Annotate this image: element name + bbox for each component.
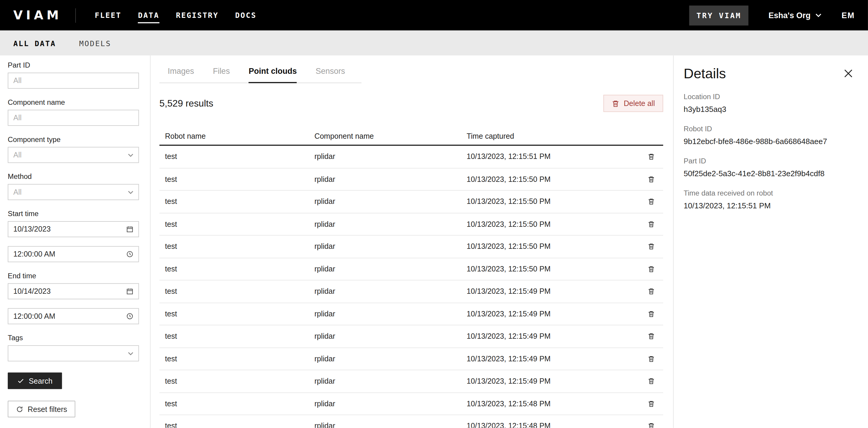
content-area: Part ID Component name Component type Al… [0,55,868,428]
nav-item[interactable]: FLEET [95,7,122,23]
trash-icon [647,310,655,317]
trash-icon [647,333,655,340]
table-row[interactable]: test rplidar 10/13/2023, 12:15:50 PM [159,191,663,213]
delete-row-button[interactable] [639,213,663,235]
table-row[interactable]: test rplidar 10/13/2023, 12:15:49 PM [159,348,663,370]
method-select[interactable]: All [8,184,139,200]
time-captured-cell: 10/13/2023, 12:15:49 PM [461,287,639,295]
start-date-input[interactable]: 10/13/2023 [8,221,139,237]
nav-item[interactable]: DOCS [235,7,256,23]
component-name-cell: rplidar [309,197,461,206]
table-row[interactable]: test rplidar 10/13/2023, 12:15:51 PM [159,146,663,168]
details-field-value: 9b12ebcf-bfe8-486e-988b-6a668648aee7 [684,137,855,146]
data-type-tab[interactable]: Point clouds [249,66,297,83]
details-header: Details [684,65,855,82]
end-date-input[interactable]: 10/14/2023 [8,283,139,299]
table-row[interactable]: test rplidar 10/13/2023, 12:15:50 PM [159,213,663,235]
search-button[interactable]: Search [8,372,62,389]
trash-icon [647,378,655,385]
column-time-captured: Time captured [461,132,639,140]
tags-select[interactable] [8,345,139,361]
primary-nav: FLEET DATA REGISTRY DOCS [95,7,256,23]
table-row[interactable]: test rplidar 10/13/2023, 12:15:49 PM [159,280,663,303]
end-time-input[interactable]: 12:00:00 AM [8,308,139,324]
robot-name-cell: test [159,265,309,273]
delete-all-button[interactable]: Delete all [603,95,663,112]
tags-label: Tags [8,334,139,342]
part-id-label: Part ID [8,61,139,69]
chevron-down-icon [815,13,821,17]
table-row[interactable]: test rplidar 10/13/2023, 12:15:48 PM [159,393,663,415]
component-type-select[interactable]: All [8,147,139,163]
calendar-icon[interactable] [126,287,133,295]
time-captured-cell: 10/13/2023, 12:15:50 PM [461,265,639,273]
data-type-tabs: Images Files Point clouds Sensors [159,66,362,83]
delete-row-button[interactable] [639,393,663,415]
chevron-down-icon [128,352,133,355]
subnav-tab[interactable]: MODELS [79,38,111,47]
part-id-input[interactable] [8,73,139,89]
delete-row-button[interactable] [639,191,663,213]
details-field: Time data received on robot 10/13/2023, … [684,189,855,210]
start-time-input[interactable]: 12:00:00 AM [8,246,139,262]
component-name-cell: rplidar [309,287,461,295]
time-captured-cell: 10/13/2023, 12:15:49 PM [461,377,639,386]
end-date-value: 10/14/2023 [13,287,51,295]
details-field: Location ID h3yb135aq3 [684,92,855,114]
data-subnav: ALL DATA MODELS [0,30,868,55]
table-row[interactable]: test rplidar 10/13/2023, 12:15:50 PM [159,258,663,280]
nav-item[interactable]: REGISTRY [176,7,218,23]
results-count: 5,529 results [159,98,213,109]
close-details-button[interactable] [842,67,855,80]
clock-icon[interactable] [126,251,133,258]
method-label: Method [8,172,139,181]
delete-row-button[interactable] [639,280,663,303]
time-captured-cell: 10/13/2023, 12:15:51 PM [461,153,639,161]
details-field: Robot ID 9b12ebcf-bfe8-486e-988b-6a66864… [684,125,855,146]
data-type-tab[interactable]: Images [168,66,194,83]
data-type-tab[interactable]: Sensors [316,66,345,83]
search-button-label: Search [29,376,53,385]
table-row[interactable]: test rplidar 10/13/2023, 12:15:49 PM [159,370,663,393]
viam-logo[interactable]: VIAM [13,8,62,22]
table-row[interactable]: test rplidar 10/13/2023, 12:15:48 PM [159,415,663,428]
try-viam-button[interactable]: TRY VIAM [689,5,748,25]
topnav-right: TRY VIAM Esha's Org EM [689,5,855,25]
details-field-label: Robot ID [684,125,855,133]
details-field-label: Time data received on robot [684,189,855,197]
calendar-icon[interactable] [126,226,133,233]
component-name-input[interactable] [8,110,139,126]
table-body: test rplidar 10/13/2023, 12:15:51 PM t [159,146,663,428]
data-type-tab[interactable]: Files [213,66,230,83]
nav-item[interactable]: DATA [138,7,159,23]
details-field-value: 50f25de2-5a3c-41e2-8b81-23e2f9b4cdf8 [684,169,855,178]
trash-icon [647,221,655,228]
component-name-label: Component name [8,98,139,107]
delete-row-button[interactable] [639,325,663,347]
delete-row-button[interactable] [639,146,663,168]
trash-icon [647,265,655,273]
table-row[interactable]: test rplidar 10/13/2023, 12:15:49 PM [159,303,663,325]
table-row[interactable]: test rplidar 10/13/2023, 12:15:49 PM [159,325,663,348]
user-avatar[interactable]: EM [841,11,855,20]
reset-icon [16,405,23,412]
delete-row-button[interactable] [639,168,663,190]
column-robot-name: Robot name [159,132,309,140]
start-date-value: 10/13/2023 [13,225,51,233]
subnav-tab[interactable]: ALL DATA [13,38,56,47]
delete-row-button[interactable] [639,415,663,428]
component-name-cell: rplidar [309,332,461,341]
robot-name-cell: test [159,377,309,386]
delete-row-button[interactable] [639,235,663,257]
delete-row-button[interactable] [639,348,663,370]
table-row[interactable]: test rplidar 10/13/2023, 12:15:50 PM [159,235,663,258]
robot-name-cell: test [159,332,309,341]
table-row[interactable]: test rplidar 10/13/2023, 12:15:50 PM [159,168,663,191]
org-dropdown[interactable]: Esha's Org [768,11,822,20]
clock-icon[interactable] [126,313,133,320]
delete-row-button[interactable] [639,303,663,325]
filter-sidebar: Part ID Component name Component type Al… [0,55,151,428]
delete-row-button[interactable] [639,258,663,280]
delete-row-button[interactable] [639,370,663,392]
reset-filters-button[interactable]: Reset filters [8,401,75,417]
